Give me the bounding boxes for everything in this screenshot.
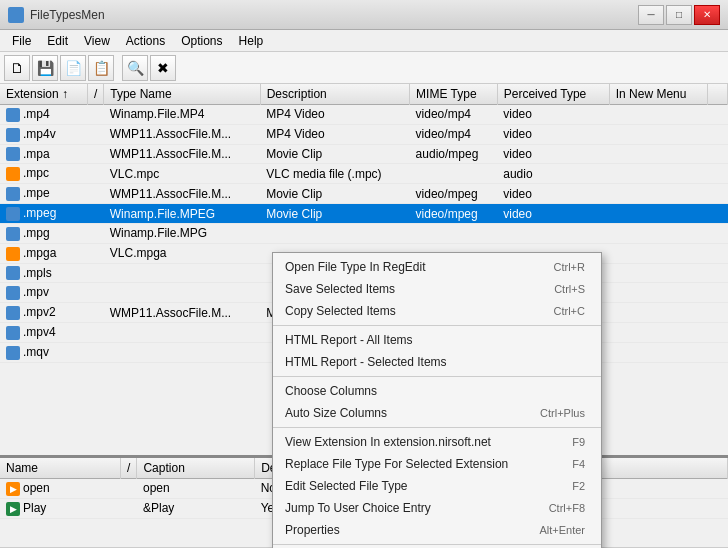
context-menu-item[interactable]: PropertiesAlt+Enter [273,519,601,541]
cell-newmenu [609,204,707,224]
context-menu-item[interactable]: Open File Type In RegEditCtrl+R [273,256,601,278]
cell-ext: .mpa [0,144,87,164]
cell-spacer [708,303,728,323]
table-row[interactable]: .mpeg Winamp.File.MPEG Movie Clip video/… [0,204,728,224]
lower-col-name[interactable]: Name [0,458,121,479]
lower-cell-caption: open [137,479,255,499]
cell-desc: Movie Clip [260,184,409,204]
main-area: Extension ↑ / Type Name Description MIME… [0,84,728,548]
cell-typename [104,323,260,343]
ctx-item-label: Auto Size Columns [285,406,387,420]
cell-mime: video/mpeg [410,184,498,204]
menu-item-actions[interactable]: Actions [118,30,173,51]
menu-item-edit[interactable]: Edit [39,30,76,51]
toolbar-copy-button[interactable]: 📄 [60,55,86,81]
toolbar-new-button[interactable]: 🗋 [4,55,30,81]
lower-col-caption[interactable]: Caption [137,458,255,479]
cell-newmenu [609,283,707,303]
toolbar-stop-button[interactable]: ✖ [150,55,176,81]
ctx-item-shortcut: F4 [572,458,585,470]
cell-slash [87,144,103,164]
col-typename[interactable]: Type Name [104,84,260,105]
cell-newmenu [609,323,707,343]
context-menu-item[interactable]: Copy Selected ItemsCtrl+C [273,300,601,322]
lower-cell-slash [121,498,137,518]
table-row[interactable]: .mpe WMP11.AssocFile.M... Movie Clip vid… [0,184,728,204]
close-button[interactable]: ✕ [694,5,720,25]
cell-slash [87,223,103,243]
cell-mime: video/mp4 [410,124,498,144]
context-menu-item[interactable]: HTML Report - Selected Items [273,351,601,373]
cell-slash [87,105,103,125]
cell-spacer [708,283,728,303]
title-bar: FileTypesMen ─ □ ✕ [0,0,728,30]
maximize-button[interactable]: □ [666,5,692,25]
cell-slash [87,204,103,224]
cell-ext: .mpv [0,283,87,303]
ctx-item-label: Replace File Type For Selected Extension [285,457,508,471]
cell-perceived: video [497,184,609,204]
toolbar-find-button[interactable]: 🔍 [122,55,148,81]
table-row[interactable]: .mp4v WMP11.AssocFile.M... MP4 Video vid… [0,124,728,144]
cell-spacer [708,124,728,144]
cell-ext: .mpga [0,243,87,263]
cell-newmenu [609,263,707,283]
cell-slash [87,263,103,283]
cell-typename: WMP11.AssocFile.M... [104,124,260,144]
cell-typename [104,263,260,283]
cell-slash [87,184,103,204]
cell-perceived: video [497,144,609,164]
cell-typename: Winamp.File.MPG [104,223,260,243]
cell-slash [87,303,103,323]
cell-mime: audio/mpeg [410,144,498,164]
cell-typename: Winamp.File.MP4 [104,105,260,125]
cell-newmenu [609,124,707,144]
context-menu-item[interactable]: Auto Size ColumnsCtrl+Plus [273,402,601,424]
col-perceived[interactable]: Perceived Type [497,84,609,105]
cell-typename: VLC.mpc [104,164,260,184]
cell-perceived [497,223,609,243]
menu-item-file[interactable]: File [4,30,39,51]
col-description[interactable]: Description [260,84,409,105]
table-row[interactable]: .mp4 Winamp.File.MP4 MP4 Video video/mp4… [0,105,728,125]
col-slash[interactable]: / [87,84,103,105]
context-menu-item[interactable]: Edit Selected File TypeF2 [273,475,601,497]
menu-item-view[interactable]: View [76,30,118,51]
table-row[interactable]: .mpg Winamp.File.MPG [0,223,728,243]
ctx-item-label: View Extension In extension.nirsoft.net [285,435,491,449]
title-controls: ─ □ ✕ [638,5,720,25]
toolbar-save-button[interactable]: 💾 [32,55,58,81]
cell-spacer [708,263,728,283]
col-mime[interactable]: MIME Type [410,84,498,105]
lower-col-slash[interactable]: / [121,458,137,479]
ctx-item-shortcut: Ctrl+Plus [540,407,585,419]
context-menu-item[interactable]: Replace File Type For Selected Extension… [273,453,601,475]
cell-spacer [708,223,728,243]
cell-desc [260,223,409,243]
minimize-button[interactable]: ─ [638,5,664,25]
context-menu-item[interactable]: View Extension In extension.nirsoft.netF… [273,431,601,453]
cell-slash [87,124,103,144]
lower-cell-name: ▶Play [0,498,121,518]
cell-spacer [708,144,728,164]
cell-desc: Movie Clip [260,144,409,164]
table-row[interactable]: .mpc VLC.mpc VLC media file (.mpc) audio [0,164,728,184]
cell-typename: Winamp.File.MPEG [104,204,260,224]
context-menu-item[interactable]: Jump To User Choice EntryCtrl+F8 [273,497,601,519]
context-menu-item[interactable]: HTML Report - All Items [273,329,601,351]
context-menu-item[interactable]: Save Selected ItemsCtrl+S [273,278,601,300]
context-menu-item[interactable]: Choose Columns [273,380,601,402]
table-row[interactable]: .mpa WMP11.AssocFile.M... Movie Clip aud… [0,144,728,164]
menu-item-options[interactable]: Options [173,30,230,51]
cell-mime: video/mp4 [410,105,498,125]
cell-newmenu [609,223,707,243]
ctx-item-shortcut: Ctrl+F8 [549,502,585,514]
ctx-item-shortcut: Ctrl+C [554,305,585,317]
menu-item-help[interactable]: Help [231,30,272,51]
cell-newmenu [609,164,707,184]
col-spacer [708,84,728,105]
toolbar-paste-button[interactable]: 📋 [88,55,114,81]
col-newmenu[interactable]: In New Menu [609,84,707,105]
cell-perceived: audio [497,164,609,184]
col-extension[interactable]: Extension ↑ [0,84,87,105]
